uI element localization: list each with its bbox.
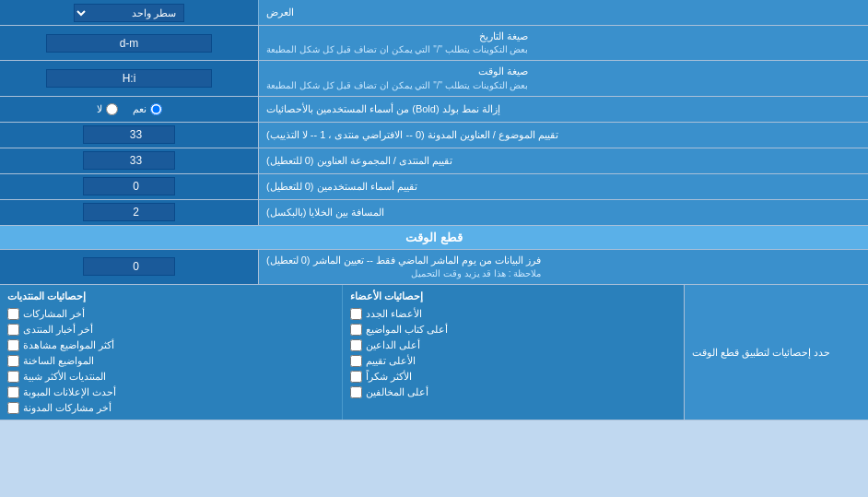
bold-yes-radio[interactable] — [150, 103, 162, 115]
display-select[interactable]: سطر واحدسطرينثلاثة أسطر — [74, 4, 184, 22]
checkboxes-section: حدد إحصائيات لتطبيق قطع الوقت إحصائيات ا… — [0, 285, 868, 420]
time-format-input[interactable] — [46, 69, 212, 88]
forums-stats-col: إحصائيات المنتديات أخر المشاركات أخر أخب… — [0, 285, 342, 420]
bold-remove-label: إزالة نمط بولد (Bold) من أسماء المستخدمي… — [258, 97, 868, 122]
date-format-input[interactable] — [46, 34, 212, 53]
date-format-row: صيغة التاريخ بعض التكوينات يتطلب "/" الت… — [0, 26, 868, 61]
latest-posts-checkbox[interactable] — [7, 308, 19, 320]
forum-sort-row: تقييم المنتدى / المجموعة العناوين (0 للت… — [0, 148, 868, 174]
latest-classifieds-checkbox[interactable] — [7, 386, 19, 398]
forum-sort-input-cell[interactable] — [0, 148, 258, 173]
checkbox-top-violators[interactable]: أعلى المخالفين — [350, 385, 677, 400]
time-format-input-cell[interactable] — [0, 61, 258, 95]
user-sort-row: تقييم أسماء المستخدمين (0 للتعطيل) — [0, 174, 868, 200]
spacing-row: المسافة بين الخلايا (بالبكسل) — [0, 200, 868, 226]
top-rated-checkbox[interactable] — [350, 355, 362, 367]
date-format-label: صيغة التاريخ بعض التكوينات يتطلب "/" الت… — [258, 26, 868, 60]
checkbox-hot-topics[interactable]: المواضيع الساخنة — [7, 353, 334, 369]
topic-sort-label: تقييم الموضوع / العناوين المدونة (0 -- ا… — [258, 123, 868, 148]
members-stats-col: إحصائيات الأعضاء الأعضاء الجدد أعلى كتاب… — [342, 285, 685, 420]
topic-sort-input-cell[interactable] — [0, 123, 258, 148]
checkbox-latest-classifieds[interactable]: أحدث الإعلانات المبوبة — [7, 385, 334, 400]
display-select-cell[interactable]: سطر واحدسطرينثلاثة أسطر — [0, 0, 258, 25]
spacing-input-cell[interactable] — [0, 200, 258, 225]
user-sort-input[interactable] — [83, 177, 175, 195]
cutoff-input-cell[interactable] — [0, 250, 258, 284]
time-format-label: صيغة الوقت بعض التكوينات يتطلب "/" التي … — [258, 61, 868, 95]
topic-sort-input[interactable] — [83, 125, 175, 144]
checkbox-most-like-forums[interactable]: المنتديات الأكثر شبية — [7, 369, 334, 385]
time-format-row: صيغة الوقت بعض التكوينات يتطلب "/" التي … — [0, 61, 868, 96]
checkbox-latest-posts[interactable]: أخر المشاركات — [7, 306, 334, 322]
checkbox-new-members[interactable]: الأعضاء الجدد — [350, 306, 677, 322]
topic-sort-row: تقييم الموضوع / العناوين المدونة (0 -- ا… — [0, 123, 868, 148]
cutoff-input[interactable] — [83, 257, 175, 276]
checkbox-latest-news[interactable]: أخر أخبار المنتدى — [7, 322, 334, 337]
latest-news-checkbox[interactable] — [7, 324, 19, 336]
cutoff-section-header: قطع الوقت — [0, 226, 868, 250]
checkbox-latest-blog-posts[interactable]: أخر مشاركات المدونة — [7, 400, 334, 416]
hot-topics-checkbox[interactable] — [7, 355, 19, 367]
bold-no-radio[interactable] — [106, 103, 118, 115]
cutoff-label: فرز البيانات من يوم الماشر الماضي فقط --… — [258, 250, 868, 284]
top-violators-checkbox[interactable] — [350, 386, 362, 398]
checkboxes-main-label: حدد إحصائيات لتطبيق قطع الوقت — [684, 285, 868, 420]
checkbox-top-callers[interactable]: أعلى الداعين — [350, 337, 677, 353]
user-sort-label: تقييم أسماء المستخدمين (0 للتعطيل) — [258, 174, 868, 199]
display-label: العرض — [258, 0, 868, 25]
top-topic-writers-checkbox[interactable] — [350, 324, 362, 336]
bold-yes-label[interactable]: نعم — [133, 103, 162, 115]
checkbox-most-viewed[interactable]: أكثر المواضيع مشاهدة — [7, 337, 334, 353]
checkbox-top-topic-writers[interactable]: أعلى كتاب المواضيع — [350, 322, 677, 337]
spacing-input[interactable] — [83, 203, 175, 221]
bold-remove-options[interactable]: نعم لا — [0, 97, 258, 122]
most-viewed-checkbox[interactable] — [7, 339, 19, 351]
forum-sort-input[interactable] — [83, 151, 175, 170]
bold-remove-row: إزالة نمط بولد (Bold) من أسماء المستخدمي… — [0, 97, 868, 123]
most-thanks-checkbox[interactable] — [350, 371, 362, 383]
most-like-forums-checkbox[interactable] — [7, 371, 19, 383]
top-callers-checkbox[interactable] — [350, 339, 362, 351]
checkbox-most-thanks[interactable]: الأكثر شكراً — [350, 369, 677, 385]
checkbox-columns: إحصائيات الأعضاء الأعضاء الجدد أعلى كتاب… — [0, 285, 684, 420]
user-sort-input-cell[interactable] — [0, 174, 258, 199]
cutoff-row: فرز البيانات من يوم الماشر الماضي فقط --… — [0, 250, 868, 285]
forum-sort-label: تقييم المنتدى / المجموعة العناوين (0 للت… — [258, 148, 868, 173]
checkbox-top-rated[interactable]: الأعلى تقييم — [350, 353, 677, 369]
bold-no-label[interactable]: لا — [97, 103, 118, 115]
new-members-checkbox[interactable] — [350, 308, 362, 320]
latest-blog-posts-checkbox[interactable] — [7, 402, 19, 414]
date-format-input-cell[interactable] — [0, 26, 258, 60]
spacing-label: المسافة بين الخلايا (بالبكسل) — [258, 200, 868, 225]
